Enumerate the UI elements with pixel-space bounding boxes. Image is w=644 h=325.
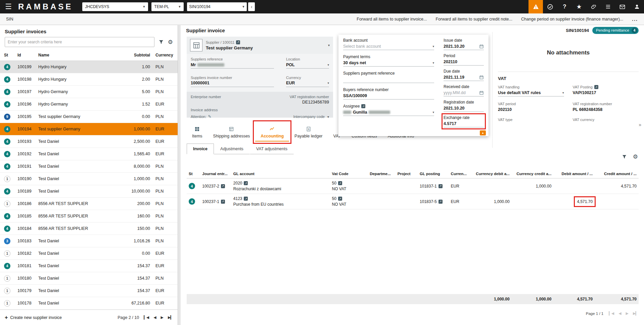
open-link-icon[interactable]: ↗	[361, 104, 365, 108]
settings-gear-icon[interactable]: ⚙	[633, 153, 638, 160]
mail-icon[interactable]	[615, 0, 630, 13]
vat-code-link[interactable]: 50↗	[332, 181, 342, 186]
create-new-supplier-invoice-button[interactable]: + Create new supplier invoice	[5, 315, 62, 321]
calendar-icon[interactable]	[479, 90, 484, 95]
list-item[interactable]: 4 100191 Test Daniel 8,000.00 PLN	[0, 160, 178, 173]
gl-account-link[interactable]: 4123↗	[233, 196, 248, 201]
hamburger-menu-icon[interactable]: ☰	[0, 2, 17, 11]
calendar-icon[interactable]	[479, 75, 484, 80]
list-item[interactable]: 1 100178 Test Daniel 67,216.80 EUR	[0, 297, 178, 310]
table-row[interactable]: 4 100237-1↗ 4123↗ Purchase from EU count…	[187, 194, 639, 209]
first-page-button[interactable]: ▎◀	[609, 311, 614, 316]
open-link-icon[interactable]: ↗	[439, 184, 443, 188]
help-icon[interactable]: ?	[557, 0, 572, 13]
document-search-input[interactable]	[189, 4, 233, 9]
attachments-paperclip-icon[interactable]	[586, 0, 601, 13]
issue-date-field[interactable]: Issue date 2021.10.20	[444, 38, 484, 50]
calendar-icon[interactable]	[479, 44, 484, 49]
open-link-icon[interactable]: ↗	[221, 200, 225, 204]
list-item[interactable]: 1 100180 Test Daniel 154.37 PLN	[0, 272, 178, 285]
gl-posting-link[interactable]: 101837-1↗	[420, 184, 443, 189]
edit-pencil-icon[interactable]: ✎	[208, 114, 211, 119]
list-item[interactable]: 4 100196 Hydro Germany 1.52 EUR	[0, 98, 178, 111]
table-row[interactable]: 4 100237-2↗ 2020↗ Rozrachunki z dostawca…	[187, 178, 639, 194]
first-page-button[interactable]: ▎◀	[144, 315, 149, 320]
list-item[interactable]: 1 100179 Test Daniel 154.37 EUR	[0, 285, 178, 297]
list-item[interactable]: 4 100194 Test supplier Germany 1,000.00 …	[0, 123, 178, 135]
action-forward-supplier-credit-note[interactable]: Forward all items to supplier credit not…	[435, 17, 512, 22]
collapse-panel-chevron-icon[interactable]: »	[639, 122, 641, 127]
next-page-button[interactable]: ▶	[161, 315, 163, 320]
list-item[interactable]: 1 100186 8556 AR TEST SUPPLIER 200.00 PL…	[0, 198, 178, 210]
list-item[interactable]: 4 100192 Test Daniel 1,565.40 EUR	[0, 148, 178, 160]
chevron-down-icon[interactable]: ▾	[327, 115, 329, 119]
document-search-box[interactable]: ▼	[187, 2, 247, 11]
prev-page-button[interactable]: ◀	[618, 311, 621, 316]
suppliers-reference-field[interactable]: Suppliers reference Mr	[191, 57, 274, 70]
tab-accounting[interactable]: Accounting	[255, 123, 289, 141]
suppliers-invoice-number-field[interactable]: Suppliers invoice number 10000001	[191, 76, 274, 89]
open-link-icon[interactable]: ↗	[338, 197, 342, 201]
assignee-field[interactable]: Assignee↗ Gunilla▾	[343, 104, 434, 116]
prev-page-button[interactable]: ◀	[153, 315, 156, 320]
journal-entry-link[interactable]: 100237-2↗	[202, 184, 225, 189]
vat-handling-field[interactable]: VAT handling Use default VAT rules▾	[498, 85, 564, 96]
company-select[interactable]: TEM-PL ▼	[151, 2, 184, 11]
buyers-reference-number-field[interactable]: Buyers reference number SSA/100009	[343, 87, 434, 99]
subtab-adjustments[interactable]: Adjustments	[214, 144, 250, 154]
action-forward-supplier-invoice[interactable]: Forward all items to supplier invoice...	[357, 17, 427, 22]
list-item[interactable]: 9 100195 Test supplier Germany 0.00 PLN	[0, 111, 178, 123]
subtab-invoice[interactable]: Invoice	[187, 144, 214, 154]
list-item[interactable]: 4 100184 8556 AR TEST SUPPLIER 150.00 PL…	[0, 222, 178, 235]
system-select[interactable]: JHCDEVSYS ▼	[82, 2, 148, 11]
bank-account-field[interactable]: Bank account Select bank account▾	[343, 38, 434, 50]
alerts-icon[interactable]	[528, 0, 543, 13]
open-link-icon[interactable]: ↗	[594, 85, 598, 89]
vat-code-link[interactable]: 50↗	[332, 196, 342, 201]
payment-terms-field[interactable]: Payment terms 30 days net▾	[343, 54, 434, 67]
list-item[interactable]: 4 100181 Test Daniel 154.37 EUR	[0, 260, 178, 272]
due-date-field[interactable]: Due date 2021.11.19	[444, 69, 484, 81]
last-page-button[interactable]: ▶▎	[168, 315, 173, 320]
last-page-button[interactable]: ▶▎	[633, 311, 638, 316]
gl-posting-link[interactable]: 101837-5↗	[420, 199, 443, 204]
period-field[interactable]: Period 202110	[444, 53, 484, 66]
list-menu-icon[interactable]	[601, 0, 615, 13]
list-item[interactable]: 4 100193 Test Daniel 2,500.00 EUR	[0, 135, 178, 148]
subtab-vat-adjustments[interactable]: VAT adjustments	[250, 144, 294, 154]
back-button[interactable]: ‹	[248, 2, 255, 11]
list-item[interactable]: 4 100198 Hydro Hungary 2.00 PLN	[0, 73, 178, 86]
list-item[interactable]: 1 100190 Test Daniel 1,000.00 PLN	[0, 173, 178, 185]
action-change-period[interactable]: Change period on supplier invoice (finan…	[521, 17, 623, 22]
list-item[interactable]: 4 100185 8556 AR TEST SUPPLIER 160.00 PL…	[0, 210, 178, 222]
location-field[interactable]: Location POL▾	[286, 57, 329, 70]
tab-payable-ledger[interactable]: $ Payable ledger	[289, 123, 328, 141]
tab-items[interactable]: Items	[187, 123, 208, 141]
filter-icon[interactable]	[622, 154, 627, 159]
favorites-star-icon[interactable]: ★	[572, 0, 586, 13]
settings-gear-icon[interactable]: ⚙	[168, 39, 173, 46]
more-actions-button[interactable]: ...	[632, 16, 638, 22]
registration-date-field[interactable]: Registration date 2021.10.20	[444, 100, 484, 112]
open-link-icon[interactable]: ↗	[221, 184, 225, 188]
tasks-check-icon[interactable]	[543, 0, 557, 13]
filter-icon[interactable]	[158, 39, 164, 45]
open-link-icon[interactable]: ↗	[439, 200, 443, 204]
received-date-field[interactable]: Received date yyyy.MM.dd	[444, 84, 484, 96]
suppliers-payment-reference-field[interactable]: Suppliers payment reference	[343, 71, 434, 83]
open-link-icon[interactable]: ↗	[244, 181, 248, 185]
gl-account-link[interactable]: 2020↗	[233, 181, 248, 186]
currency-field[interactable]: Currency EUR▾	[286, 76, 329, 89]
tab-shipping-addresses[interactable]: Shipping addresses	[208, 123, 256, 141]
list-item[interactable]: 4 100197 Hydro Germany 5.00 PLN	[0, 86, 178, 98]
list-item[interactable]: 4 100199 Hydro Hungary 1.00 PLN	[0, 61, 178, 73]
open-link-icon[interactable]: ↗	[244, 197, 248, 201]
list-item[interactable]: 3 100183 Test Daniel 1,016.26 PLN	[0, 235, 178, 247]
next-page-button[interactable]: ▶	[626, 311, 628, 316]
exchange-rate-field[interactable]: Exchange rate 4.5717	[444, 115, 484, 127]
search-input[interactable]	[5, 37, 154, 47]
open-link-icon[interactable]: ↗	[338, 181, 342, 185]
open-link-icon[interactable]: ↗	[236, 40, 240, 44]
supplier-field[interactable]: Supplier / 100011 ↗ Test supplier German…	[187, 37, 333, 54]
journal-entry-link[interactable]: 100237-1↗	[202, 199, 225, 204]
